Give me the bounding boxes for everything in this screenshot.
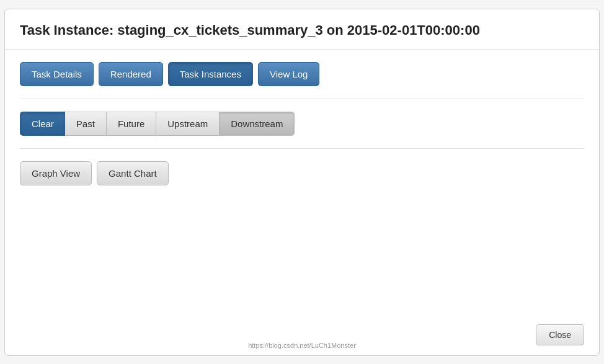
task-details-button[interactable]: Task Details (20, 62, 94, 86)
graph-view-button[interactable]: Graph View (20, 161, 92, 185)
modal-title: Task Instance: staging_cx_tickets_summar… (20, 22, 584, 40)
gantt-chart-button[interactable]: Gantt Chart (97, 161, 169, 185)
future-option[interactable]: Future (107, 112, 156, 136)
modal-container: Task Instance: staging_cx_tickets_summar… (4, 9, 600, 356)
modal-header: Task Instance: staging_cx_tickets_summar… (5, 9, 599, 50)
past-option[interactable]: Past (65, 112, 107, 136)
upstream-option[interactable]: Upstream (156, 112, 220, 136)
nav-button-group: Task Details Rendered Task Instances Vie… (20, 62, 584, 99)
close-button[interactable]: Close (536, 324, 584, 345)
rendered-button[interactable]: Rendered (99, 62, 163, 86)
modal-body: Task Details Rendered Task Instances Vie… (5, 50, 599, 210)
view-section: Graph View Gantt Chart (20, 161, 584, 185)
view-log-button[interactable]: View Log (258, 62, 319, 86)
watermark-text: https://blog.csdn.net/LuCh1Monster (248, 342, 356, 349)
task-instances-button[interactable]: Task Instances (168, 62, 253, 86)
clear-button[interactable]: Clear (20, 112, 65, 136)
downstream-option[interactable]: Downstream (220, 112, 295, 136)
modal-footer: Close (5, 314, 599, 355)
clear-section: Clear Past Future Upstream Downstream (20, 112, 584, 149)
